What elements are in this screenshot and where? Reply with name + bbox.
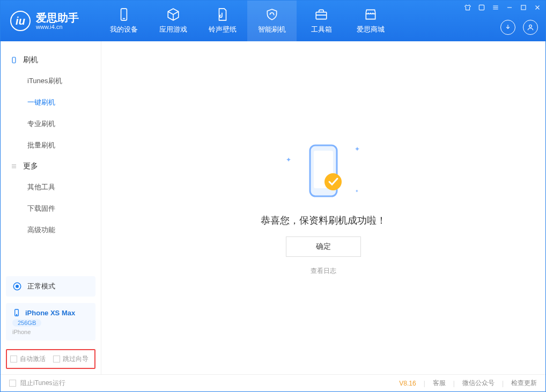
- skin-icon[interactable]: [464, 4, 471, 11]
- sidebar-item-oneclick-flash[interactable]: 一键刷机: [1, 92, 101, 113]
- sidebar-item-itunes-flash[interactable]: iTunes刷机: [1, 70, 101, 92]
- success-illustration: ✦ ✦ ✦: [291, 140, 356, 204]
- sidebar-item-other-tools[interactable]: 其他工具: [1, 176, 101, 198]
- footer: 阻止iTunes运行 V8.16 | 客服 | 微信公众号 | 检查更新: [1, 374, 545, 391]
- main-nav: 我的设备 应用游戏 铃声壁纸 智能刷机 工具箱 爱思商城: [99, 1, 395, 41]
- sidebar-item-advanced[interactable]: 高级功能: [1, 219, 101, 241]
- user-button[interactable]: [523, 20, 538, 35]
- minimize-icon[interactable]: [506, 4, 513, 11]
- mode-icon: [12, 282, 22, 291]
- options-highlight-box: 自动激活 跳过向导: [6, 349, 95, 369]
- option-label: 跳过向导: [63, 354, 88, 364]
- view-log-link[interactable]: 查看日志: [311, 267, 336, 276]
- music-file-icon: [216, 8, 230, 21]
- close-icon[interactable]: [534, 4, 541, 11]
- feedback-icon[interactable]: [478, 4, 485, 11]
- skip-guide-option[interactable]: 跳过向导: [53, 354, 88, 364]
- window-controls: [464, 4, 541, 11]
- svg-rect-12: [12, 57, 16, 63]
- storage-badge: 256GB: [12, 319, 41, 327]
- wechat-link[interactable]: 微信公众号: [462, 379, 495, 388]
- logo-area: iu 爱思助手 www.i4.cn: [1, 11, 88, 31]
- download-button[interactable]: [500, 20, 515, 35]
- nav-store[interactable]: 爱思商城: [346, 1, 395, 41]
- main-content: ✦ ✦ ✦ 恭喜您，保资料刷机成功啦！ 确定 查看日志: [101, 41, 545, 374]
- check-update-link[interactable]: 检查更新: [511, 379, 537, 388]
- nav-label: 我的设备: [110, 25, 138, 34]
- nav-apps-games[interactable]: 应用游戏: [149, 1, 198, 41]
- phone-success-icon: [291, 140, 356, 204]
- svg-point-22: [324, 173, 342, 190]
- device-type: iPhone: [12, 329, 89, 335]
- version-label: V8.16: [399, 380, 416, 387]
- svg-rect-3: [479, 5, 484, 10]
- option-label: 自动激活: [20, 354, 46, 364]
- maximize-icon[interactable]: [520, 4, 527, 11]
- support-link[interactable]: 客服: [433, 379, 446, 388]
- user-controls: [500, 20, 538, 35]
- user-icon: [527, 24, 534, 31]
- app-subtitle: www.i4.cn: [36, 24, 79, 30]
- group-title: 更多: [23, 161, 38, 171]
- refresh-shield-icon: [265, 8, 279, 21]
- nav-ringtone-wallpaper[interactable]: 铃声壁纸: [198, 1, 247, 41]
- nav-label: 工具箱: [311, 25, 332, 34]
- cube-icon: [166, 8, 180, 21]
- store-icon: [364, 8, 378, 21]
- device-name: iPhone XS Max: [25, 309, 75, 317]
- app-logo-icon: iu: [10, 11, 31, 31]
- sidebar-group-flash: 刷机: [1, 50, 101, 70]
- download-icon: [504, 24, 512, 31]
- nav-label: 铃声壁纸: [209, 25, 237, 34]
- app-window: iu 爱思助手 www.i4.cn 我的设备 应用游戏 铃声壁纸 智能刷机: [0, 0, 546, 392]
- toolbox-icon: [314, 8, 328, 21]
- nav-label: 爱思商城: [357, 25, 385, 34]
- block-itunes-label[interactable]: 阻止iTunes运行: [20, 379, 65, 388]
- nav-smart-flash[interactable]: 智能刷机: [247, 1, 297, 41]
- sidebar: 刷机 iTunes刷机 一键刷机 专业刷机 批量刷机 更多 其他工具 下载固件 …: [1, 41, 101, 374]
- svg-point-11: [529, 25, 532, 27]
- checkbox-icon[interactable]: [10, 356, 17, 363]
- auto-activate-option[interactable]: 自动激活: [10, 354, 46, 364]
- sidebar-item-batch-flash[interactable]: 批量刷机: [1, 135, 101, 156]
- list-icon: [10, 162, 18, 170]
- app-title: 爱思助手: [36, 12, 79, 24]
- menu-icon[interactable]: [492, 4, 499, 11]
- sidebar-item-download-firmware[interactable]: 下载固件: [1, 198, 101, 219]
- mode-label: 正常模式: [27, 282, 55, 291]
- sidebar-group-more: 更多: [1, 156, 101, 176]
- phone-icon: [117, 8, 131, 21]
- device-box[interactable]: iPhone XS Max 256GB iPhone: [6, 303, 95, 341]
- titlebar: iu 爱思助手 www.i4.cn 我的设备 应用游戏 铃声壁纸 智能刷机: [1, 1, 545, 41]
- phone-icon: [12, 308, 21, 317]
- svg-point-19: [16, 314, 17, 315]
- nav-my-device[interactable]: 我的设备: [99, 1, 149, 41]
- nav-label: 应用游戏: [159, 25, 187, 34]
- confirm-button[interactable]: 确定: [286, 236, 361, 257]
- checkbox-icon[interactable]: [53, 356, 60, 363]
- success-message: 恭喜您，保资料刷机成功啦！: [261, 214, 386, 227]
- svg-point-17: [16, 285, 19, 288]
- group-title: 刷机: [23, 55, 38, 65]
- device-icon: [10, 56, 18, 64]
- checkbox-icon[interactable]: [9, 380, 16, 387]
- nav-toolbox[interactable]: 工具箱: [297, 1, 346, 41]
- svg-rect-2: [316, 12, 327, 19]
- svg-rect-8: [521, 5, 526, 10]
- mode-box[interactable]: 正常模式: [6, 276, 95, 297]
- sidebar-item-pro-flash[interactable]: 专业刷机: [1, 113, 101, 135]
- nav-label: 智能刷机: [258, 25, 286, 34]
- body: 刷机 iTunes刷机 一键刷机 专业刷机 批量刷机 更多 其他工具 下载固件 …: [1, 41, 545, 374]
